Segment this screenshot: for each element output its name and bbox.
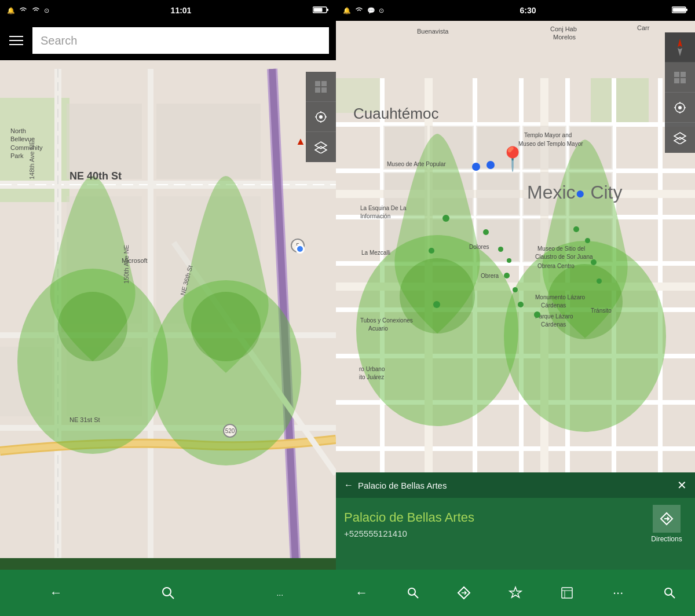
green-dot-3 (498, 247, 503, 252)
green-dot-12 (597, 278, 602, 284)
place-name-text: Palacio de Bellas (344, 510, 445, 525)
search-button-left[interactable] (153, 578, 182, 607)
icon-record-right: ⊙ (379, 7, 384, 14)
svg-point-102 (665, 588, 672, 595)
label-north-bellevue: NorthBellevueCommunityPark (10, 127, 43, 160)
back-button-right[interactable]: ← (347, 578, 376, 607)
svg-line-103 (671, 595, 675, 599)
map-streets-left (0, 60, 336, 570)
label-dolores: Dolores (469, 244, 489, 250)
label-esquina-2: Información (360, 213, 390, 219)
icon-record: ⊙ (44, 7, 49, 14)
more-button-left[interactable]: ... (265, 578, 294, 607)
layers-btn-left[interactable] (306, 132, 336, 162)
time-right: 6:30 (520, 6, 536, 15)
green-dot-14 (433, 301, 440, 308)
label-conj-hab: Conj Hab (550, 25, 577, 32)
phone-left: 🔔 ⊙ 11:01 Search (0, 0, 336, 616)
green-dot-4 (507, 258, 511, 263)
search-placeholder: Search (41, 34, 77, 47)
svg-rect-22 (321, 81, 327, 86)
svg-marker-91 (674, 133, 686, 140)
green-dot-11 (591, 259, 597, 265)
search-button-right[interactable] (398, 578, 427, 607)
place-header-title: Palacio de Bellas Artes (358, 481, 677, 490)
svg-rect-15 (67, 104, 142, 179)
zoom-search-right[interactable] (655, 578, 684, 607)
map-controls-left (306, 72, 336, 162)
svg-rect-41 (673, 8, 686, 12)
back-button-left[interactable]: ← (42, 578, 71, 607)
icon-wifi1 (19, 6, 28, 15)
more-button-right[interactable]: ··· (603, 578, 632, 607)
green-dot-1 (442, 215, 449, 222)
svg-line-98 (414, 595, 418, 599)
label-carr: Carr (637, 24, 649, 31)
svg-rect-84 (681, 78, 686, 83)
collections-button[interactable] (553, 578, 581, 607)
icon-msg-right: 💬 (367, 7, 375, 14)
green-dot-6 (513, 287, 518, 292)
place-phone: +525555121410 (344, 529, 646, 538)
svg-rect-19 (0, 347, 52, 416)
svg-rect-23 (315, 87, 320, 93)
map-area-right[interactable]: Buenavista Conj Hab Morelos Carr Cuauhté… (336, 21, 695, 570)
label-morelos: Morelos (553, 34, 576, 41)
place-info: Palacio de Bellas Artes +525555121410 (344, 510, 646, 538)
label-148th: 148th Ave NE (28, 141, 35, 179)
green-dot-7 (518, 302, 524, 307)
label-templo-mayor-1: Templo Mayor and (524, 132, 572, 138)
battery-icons-left (313, 6, 329, 15)
directions-button[interactable]: Directions (646, 505, 687, 543)
label-ne40th: NE 40th St (70, 170, 122, 182)
directions-nav-button[interactable] (449, 578, 478, 607)
label-museo-sitio-2: Claustro de Sor Juana (535, 254, 593, 260)
label-museo-arte: Museo de Arte Popular (387, 161, 446, 167)
svg-rect-81 (674, 72, 679, 77)
label-monumento-1: Monumento Lázaro (535, 294, 585, 300)
map-controls-right (665, 32, 695, 153)
svg-rect-76 (476, 218, 520, 262)
location-btn-right[interactable] (665, 93, 695, 123)
red-arrow-left: ▲ (295, 135, 306, 148)
svg-rect-40 (686, 9, 687, 11)
svg-line-38 (170, 595, 174, 599)
label-parque-1: Parque Lázaro (535, 313, 573, 320)
place-back-button[interactable]: ← (344, 480, 353, 490)
green-dot-13 (429, 248, 434, 254)
favorites-button[interactable] (501, 578, 530, 607)
status-bar-right: 🔔 💬 ⊙ 6:30 (336, 0, 695, 21)
location-dot-left (295, 244, 305, 254)
icon-battery-left (313, 6, 329, 15)
label-esquina-1: La Esquina De La (360, 205, 407, 211)
svg-rect-43 (591, 78, 649, 124)
layers-btn-right[interactable] (665, 123, 695, 153)
svg-point-86 (678, 106, 682, 109)
svg-point-37 (163, 588, 171, 596)
label-tubos-1: Tubos y Conexiones (360, 317, 413, 324)
icon-wifi-right (354, 6, 364, 15)
svg-rect-75 (430, 218, 474, 262)
bottom-bar-left: ← ... (0, 570, 336, 616)
svg-rect-83 (674, 78, 679, 83)
directions-icon (653, 505, 681, 533)
search-input-box[interactable]: Search (32, 27, 329, 54)
search-bar: Search (0, 21, 336, 60)
compass-btn-right[interactable] (665, 32, 695, 63)
label-urbano-1: ro Urbano (359, 366, 385, 372)
svg-marker-32 (315, 146, 327, 153)
icon-notification-right: 🔔 (343, 7, 351, 14)
svg-marker-79 (678, 39, 682, 47)
hamburger-button[interactable] (7, 34, 25, 47)
svg-rect-82 (681, 72, 686, 77)
map-area-left[interactable]: NorthBellevueCommunityPark NE 40th St Mi… (0, 60, 336, 570)
satellite-btn-right[interactable] (665, 63, 695, 93)
blue-dot-1 (472, 163, 480, 171)
label-150th: 150th Ave NE (123, 245, 130, 284)
place-close-button[interactable]: ✕ (677, 478, 687, 492)
time-left: 11:01 (171, 6, 192, 15)
svg-rect-71 (476, 172, 520, 216)
place-panel-header: ← Palacio de Bellas Artes ✕ (336, 472, 695, 498)
satellite-btn-left[interactable] (306, 72, 336, 102)
location-btn-left[interactable] (306, 102, 336, 132)
